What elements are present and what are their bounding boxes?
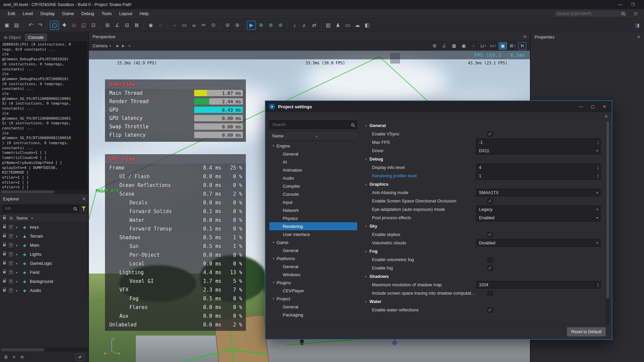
menu-item-game[interactable]: Game bbox=[58, 11, 77, 16]
menu-item-display[interactable]: Display bbox=[37, 11, 58, 16]
settings-category-platforms[interactable]: ▾Platforms bbox=[269, 254, 357, 262]
expand-caret-icon[interactable]: ▸ bbox=[16, 234, 19, 238]
lock-icon[interactable] bbox=[3, 226, 6, 228]
scale-icon[interactable]: ◱ bbox=[79, 21, 88, 30]
settings-category-general[interactable]: General bbox=[269, 150, 357, 158]
freeze-icon[interactable]: ⊘ bbox=[223, 21, 232, 30]
maximize-button[interactable]: ❐ bbox=[631, 2, 635, 7]
tree-view-icon[interactable]: ≋ bbox=[20, 354, 24, 360]
snap-depth-icon[interactable]: ⊠ bbox=[132, 21, 141, 30]
settings-category-plugins[interactable]: ▾Plugins bbox=[269, 279, 357, 287]
checkbox-enable-fog[interactable] bbox=[487, 265, 493, 271]
visibility-badge[interactable]: ? bbox=[8, 279, 13, 284]
explorer-search-box[interactable] bbox=[2, 205, 79, 213]
simulate-icon[interactable]: ⊛ bbox=[276, 21, 285, 30]
open-level-icon[interactable]: ▣ bbox=[2, 21, 11, 30]
spin-down-icon[interactable]: ▾ bbox=[597, 142, 599, 145]
transport-icon-1[interactable]: ▶ bbox=[122, 44, 125, 48]
spinner-arrows[interactable]: ▴▾ bbox=[595, 281, 600, 288]
explorer-item-field[interactable]: ?▸◈Field bbox=[0, 268, 88, 277]
settings-category-console[interactable]: Console bbox=[269, 190, 357, 198]
enable-physics-icon[interactable]: ⊕ bbox=[257, 21, 266, 30]
tab-te-object[interactable]: te Object bbox=[1, 34, 24, 41]
lock-icon[interactable] bbox=[3, 271, 6, 274]
lock-icon[interactable] bbox=[3, 262, 6, 264]
move-icon[interactable]: ✚ bbox=[60, 21, 69, 30]
snap-angle-icon[interactable]: ∠ bbox=[113, 21, 122, 30]
settings-section-graphics[interactable]: ∨Graphics bbox=[362, 180, 604, 188]
audio-refresh-icon[interactable]: ⇄ bbox=[310, 21, 319, 30]
camera-dropdown[interactable]: Camera bbox=[93, 44, 107, 48]
mute-audio-icon[interactable]: ♪ bbox=[290, 21, 299, 30]
explorer-item-keys[interactable]: ?▸◈keys bbox=[0, 223, 88, 232]
transport-icon-2[interactable]: ⇥ bbox=[127, 44, 130, 48]
visibility-badge[interactable]: ? bbox=[8, 225, 13, 230]
spinner-max-fps[interactable]: -1▴▾ bbox=[476, 138, 601, 146]
layers-column-icon[interactable]: ⊞ bbox=[9, 216, 13, 221]
menu-item-level[interactable]: Level bbox=[19, 11, 37, 16]
lock-icon[interactable] bbox=[3, 253, 6, 255]
sort-view-icon[interactable]: ≡ bbox=[13, 354, 15, 360]
select-filter-icon[interactable]: ▫ bbox=[170, 21, 179, 30]
redo-icon[interactable]: ↷ bbox=[36, 21, 45, 30]
settings-section-sky[interactable]: ∨Sky bbox=[362, 222, 604, 230]
settings-category-network[interactable]: Network bbox=[269, 206, 357, 214]
global-search-input[interactable] bbox=[557, 11, 622, 16]
settings-section-water[interactable]: ∨Water bbox=[362, 297, 604, 306]
expand-caret-icon[interactable]: ▸ bbox=[16, 270, 19, 274]
unlink-icon[interactable]: ✂ bbox=[199, 21, 208, 30]
settings-category-rendering[interactable]: Rendering bbox=[269, 222, 357, 230]
layout-options-icon[interactable]: ⊞▾ bbox=[508, 42, 517, 50]
menu-item-debug[interactable]: Debug bbox=[78, 11, 98, 16]
select-mask-icon[interactable]: ▭ bbox=[180, 21, 189, 30]
explorer-item-background[interactable]: ?▸◈Background bbox=[0, 277, 88, 286]
geometry-snap-icon[interactable]: ▫ bbox=[470, 42, 478, 50]
explorer-item-audio[interactable]: ?▸◈Audio bbox=[0, 286, 88, 295]
spinner-arrows[interactable]: ▴▾ bbox=[595, 172, 600, 179]
unfreeze-icon[interactable]: ⊚ bbox=[233, 21, 242, 30]
rotate-icon[interactable]: ◎ bbox=[69, 21, 78, 30]
checkbox-include-screen-space-tracing-into-shadow-computations[interactable] bbox=[487, 291, 493, 296]
checkbox-enable-volumetric-fog[interactable] bbox=[487, 257, 493, 262]
checkbox-enable-screen-space-directional-occlusion[interactable] bbox=[487, 198, 493, 204]
settings-category-project[interactable]: ▾Project bbox=[269, 295, 357, 303]
properties-menu-icon[interactable]: ≡ bbox=[637, 34, 640, 40]
angle-snap-icon[interactable]: ∠ bbox=[440, 42, 448, 50]
goto-selection-icon[interactable]: ⊙ bbox=[209, 21, 218, 30]
settings-scrollbar[interactable] bbox=[606, 120, 610, 324]
measure-icon[interactable]: ▥ bbox=[324, 21, 333, 30]
explorer-item-lights[interactable]: ?▸◈Lights bbox=[0, 250, 88, 259]
search-tool-icon[interactable]: ◌ bbox=[156, 21, 165, 30]
environment-icon[interactable]: ☁ bbox=[353, 21, 362, 30]
dialog-close-button[interactable]: ✕ bbox=[603, 104, 606, 109]
settings-section-debug[interactable]: ∨Debug bbox=[362, 155, 604, 163]
name-column-header[interactable]: Name bbox=[16, 216, 28, 221]
checkbox-enable-water-reflections[interactable] bbox=[487, 307, 493, 313]
undo-icon[interactable]: ↶ bbox=[26, 21, 35, 30]
menu-item-help[interactable]: Help bbox=[136, 11, 152, 16]
settings-section-fog[interactable]: ∨Fog bbox=[362, 247, 604, 255]
minimize-button[interactable]: — bbox=[618, 2, 622, 7]
settings-category-engine[interactable]: ▾Engine bbox=[269, 142, 357, 150]
settings-section-general[interactable]: ∨General bbox=[362, 121, 604, 130]
expand-caret-icon[interactable]: ▸ bbox=[16, 252, 19, 256]
global-search-box[interactable] bbox=[554, 10, 627, 17]
pivot-snap-icon[interactable]: ⊔▾ bbox=[479, 42, 487, 50]
helpers-toggle-icon[interactable]: H bbox=[518, 42, 526, 50]
dropdown-anti-aliasing-mode[interactable]: SMAA1TX▾ bbox=[476, 189, 601, 196]
pivot-icon[interactable]: ◉ bbox=[146, 21, 155, 30]
link-icon[interactable]: ∞ bbox=[190, 21, 199, 30]
enable-ai-icon[interactable]: ⊗ bbox=[266, 21, 275, 30]
lock-icon[interactable] bbox=[3, 244, 6, 246]
checkbox-enable-skybox[interactable] bbox=[487, 232, 493, 237]
audio-solo-icon[interactable]: ♬ bbox=[300, 21, 309, 30]
spin-down-icon[interactable]: ▾ bbox=[597, 168, 599, 170]
visibility-badge[interactable]: ? bbox=[8, 288, 13, 293]
transport-icon-0[interactable]: ▶ bbox=[116, 44, 119, 48]
notifications-icon[interactable]: ⊡ bbox=[632, 11, 639, 16]
dropdown-eye-adaptation-auto-exposure-mode[interactable]: Legacy▾ bbox=[476, 205, 601, 213]
snap-scale-icon[interactable]: ⊟ bbox=[122, 21, 131, 30]
tab-console[interactable]: Console bbox=[25, 34, 47, 41]
expand-caret-icon[interactable]: ▸ bbox=[16, 289, 19, 292]
scale-snap-icon[interactable]: ▦ bbox=[450, 42, 458, 50]
